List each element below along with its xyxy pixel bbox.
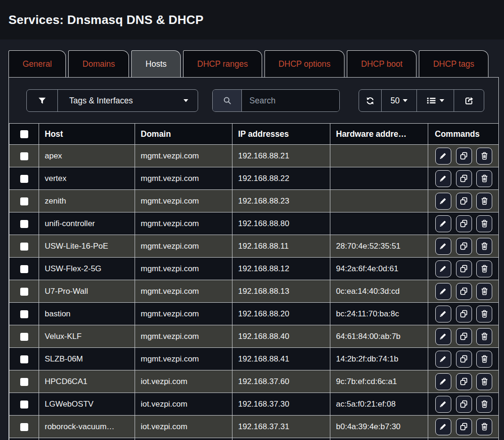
cell-hardware-address	[330, 212, 428, 235]
edit-button[interactable]	[435, 238, 451, 255]
delete-button[interactable]	[476, 238, 492, 255]
delete-button[interactable]	[476, 418, 492, 435]
cell-domain: iot.vezpi.com	[135, 416, 232, 438]
export-icon	[464, 96, 474, 106]
copy-button[interactable]	[456, 351, 472, 368]
copy-button[interactable]	[456, 260, 472, 277]
delete-button[interactable]	[476, 283, 492, 300]
filter-button[interactable]	[27, 90, 58, 111]
column-header[interactable]: IP addresses	[232, 124, 330, 145]
tab-dhcp-tags[interactable]: DHCP tags	[419, 50, 488, 77]
row-checkbox[interactable]	[20, 175, 28, 183]
row-checkbox[interactable]	[20, 401, 28, 409]
trash-icon	[480, 422, 489, 431]
edit-button[interactable]	[435, 373, 451, 390]
copy-button[interactable]	[456, 373, 472, 390]
cell-host: SLZB-06M	[39, 348, 135, 370]
row-checkbox[interactable]	[20, 310, 28, 318]
cell-hardware-address	[330, 145, 428, 167]
column-header[interactable]: Host	[39, 124, 135, 145]
pencil-icon	[439, 264, 448, 273]
table-row: USW-Flex-2-5G mgmt.vezpi.com 192.168.88.…	[9, 258, 499, 280]
export-button[interactable]	[454, 90, 484, 111]
copy-button[interactable]	[456, 238, 472, 255]
page-size-select[interactable]: 50	[382, 90, 417, 111]
cell-ip-addresses: 192.168.88.11	[232, 235, 330, 258]
edit-button[interactable]	[435, 283, 451, 300]
trash-icon	[480, 196, 489, 205]
copy-button[interactable]	[456, 215, 472, 232]
copy-button[interactable]	[456, 170, 472, 187]
row-checkbox[interactable]	[20, 355, 28, 363]
filter-select[interactable]: Tags & Interfaces	[58, 90, 198, 111]
copy-button[interactable]	[456, 283, 472, 300]
tab-dhcp-options[interactable]: DHCP options	[264, 50, 345, 77]
row-checkbox[interactable]	[20, 378, 28, 386]
select-all-checkbox[interactable]	[20, 130, 28, 138]
cell-domain	[135, 438, 232, 440]
row-checkbox[interactable]	[20, 288, 28, 296]
tab-dhcp-boot[interactable]: DHCP boot	[347, 50, 416, 77]
column-header[interactable]: Commands	[428, 124, 499, 145]
edit-button[interactable]	[435, 396, 451, 413]
tab-domains[interactable]: Domains	[68, 50, 129, 77]
cell-hardware-address	[330, 438, 428, 440]
tab-hosts[interactable]: Hosts	[131, 50, 181, 77]
column-header[interactable]: Domain	[135, 124, 232, 145]
row-checkbox[interactable]	[20, 265, 28, 273]
edit-button[interactable]	[435, 260, 451, 277]
cell-commands	[428, 190, 499, 212]
header-checkbox-cell	[9, 124, 39, 145]
trash-icon	[480, 309, 489, 318]
cell-hardware-address: 14:2b:2f:db:74:1b	[330, 348, 428, 370]
edit-button[interactable]	[435, 351, 451, 368]
copy-button[interactable]	[456, 306, 472, 322]
row-checkbox[interactable]	[20, 220, 28, 228]
edit-button[interactable]	[435, 170, 451, 187]
cell-ip-addresses: 192.168.88.41	[232, 348, 330, 370]
delete-button[interactable]	[476, 328, 492, 345]
delete-button[interactable]	[476, 170, 492, 187]
edit-button[interactable]	[435, 193, 451, 210]
delete-button[interactable]	[476, 373, 492, 390]
row-checkbox[interactable]	[20, 423, 28, 431]
delete-button[interactable]	[476, 306, 492, 322]
trash-icon	[480, 151, 489, 160]
copy-button[interactable]	[456, 418, 472, 435]
copy-button[interactable]	[456, 396, 472, 413]
delete-button[interactable]	[476, 260, 492, 277]
trash-icon	[480, 219, 489, 228]
column-view-select[interactable]	[417, 90, 454, 111]
copy-button[interactable]	[456, 148, 472, 165]
tab-dhcp-ranges[interactable]: DHCP ranges	[183, 50, 262, 77]
cell-ip-addresses: 192.168.88.40	[232, 325, 330, 348]
cell-commands	[428, 212, 499, 235]
copy-button[interactable]	[456, 328, 472, 345]
column-header[interactable]: Hardware addre…	[330, 124, 428, 145]
search-input[interactable]	[242, 90, 339, 111]
delete-button[interactable]	[476, 396, 492, 413]
edit-button[interactable]	[435, 418, 451, 435]
filter-icon	[38, 96, 47, 105]
cell-domain: mgmt.vezpi.com	[135, 167, 232, 190]
list-icon	[426, 96, 436, 105]
copy-icon	[459, 264, 468, 273]
edit-button[interactable]	[435, 306, 451, 322]
delete-button[interactable]	[476, 193, 492, 210]
row-checkbox[interactable]	[20, 152, 28, 160]
delete-button[interactable]	[476, 215, 492, 232]
row-checkbox[interactable]	[20, 333, 28, 341]
edit-button[interactable]	[435, 328, 451, 345]
edit-button[interactable]	[435, 215, 451, 232]
refresh-button[interactable]	[359, 90, 382, 111]
copy-button[interactable]	[456, 193, 472, 210]
cell-ip-addresses: 192.168.88.80	[232, 212, 330, 235]
tab-general[interactable]: General	[8, 50, 66, 77]
delete-button[interactable]	[476, 351, 492, 368]
delete-button[interactable]	[476, 148, 492, 165]
row-checkbox[interactable]	[20, 197, 28, 205]
edit-button[interactable]	[435, 148, 451, 165]
cell-hardware-address: b0:4a:39:4e:b7:30	[330, 416, 428, 438]
table-row: SLZB-06M mgmt.vezpi.com 192.168.88.41 14…	[9, 348, 499, 370]
row-checkbox[interactable]	[20, 243, 28, 251]
